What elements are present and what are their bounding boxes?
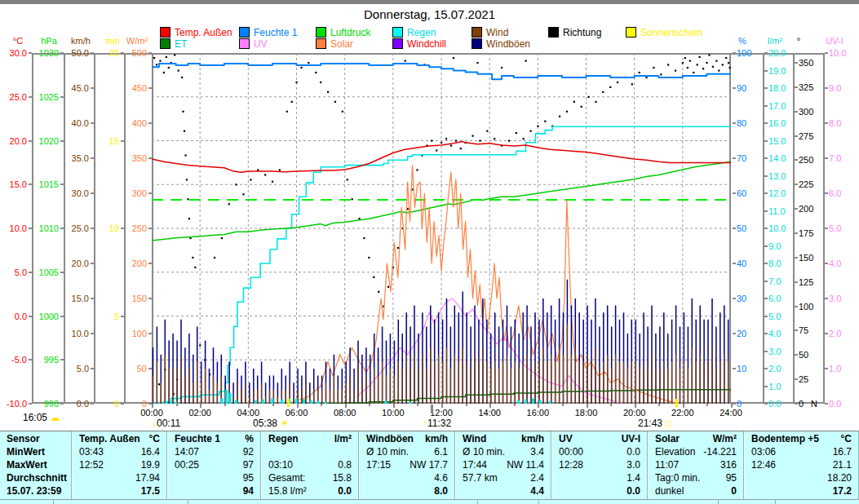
table-column-header: Bodentemp +5°C bbox=[745, 432, 858, 445]
legend-item-windb-en[interactable]: Windböen bbox=[472, 38, 530, 49]
legend-item-wind[interactable]: Wind bbox=[472, 27, 508, 38]
table-cell: Ø 10 min.6.1 bbox=[360, 445, 454, 458]
series-richtung bbox=[617, 82, 618, 83]
legend-label: ET bbox=[175, 38, 187, 50]
moonrise-time: ↑11:32 bbox=[423, 418, 451, 429]
status-strip bbox=[0, 499, 859, 504]
direction-axis-tick bbox=[795, 159, 798, 161]
series-richtung bbox=[181, 77, 183, 78]
series-richtung bbox=[199, 344, 201, 346]
table-cell: 8.0 bbox=[360, 484, 454, 497]
legend-item-et[interactable]: ET bbox=[160, 38, 187, 49]
series-richtung bbox=[706, 62, 707, 64]
legend-swatch-icon bbox=[392, 38, 403, 49]
legend-swatch-icon bbox=[472, 38, 482, 49]
humidity-axis-tick bbox=[733, 87, 736, 89]
sunshine-axis-tick-label: 5 bbox=[86, 312, 119, 321]
windspeed-axis-tick bbox=[91, 333, 94, 334]
series-richtung bbox=[566, 111, 568, 113]
legend-item-richtung[interactable]: Richtung bbox=[548, 27, 601, 38]
table-cell: 0.0 bbox=[552, 484, 647, 497]
table-cell: 14:0792 bbox=[168, 445, 260, 458]
legend-item-temp-au-en[interactable]: Temp. Außen bbox=[160, 27, 232, 38]
windspeed-axis-tick bbox=[91, 192, 94, 194]
rain-axis-tick-label: 6.0 bbox=[768, 294, 801, 303]
rain-axis-tick bbox=[764, 210, 768, 212]
x-tick-label: 18:00 bbox=[569, 408, 604, 418]
pressure-axis-tick-label: 1015 bbox=[26, 180, 59, 189]
chart-title: Donnerstag, 15.07.2021 bbox=[0, 7, 859, 21]
rain-axis-tick bbox=[764, 403, 768, 405]
series-richtung bbox=[182, 111, 184, 113]
rain-axis-tick-label: 8.0 bbox=[768, 259, 801, 268]
series-richtung bbox=[675, 70, 676, 72]
x-tick-label: 04:00 bbox=[230, 408, 266, 418]
sunrise-sun-icon: ☀ bbox=[280, 418, 289, 429]
x-tick-mark bbox=[514, 404, 516, 406]
status-separator bbox=[718, 499, 719, 504]
uv-axis-tick bbox=[825, 228, 828, 229]
legend-item-regen[interactable]: Regen bbox=[392, 27, 436, 38]
legend-item-windchill[interactable]: Windchill bbox=[392, 38, 446, 49]
pressure-axis-tick bbox=[60, 359, 64, 360]
series-richtung bbox=[166, 56, 167, 58]
solar-axis-tick-label: 350 bbox=[114, 154, 147, 163]
uv-axis-tick-label: 6.0 bbox=[829, 189, 859, 198]
x-tick-mark bbox=[706, 404, 708, 406]
series-richtung bbox=[581, 106, 582, 108]
legend-item-sonnenschein[interactable]: Sonnenschein bbox=[626, 27, 702, 38]
uv-axis-tick bbox=[825, 87, 828, 89]
series-richtung bbox=[715, 60, 717, 62]
table-cell: 57.7 km2.4 bbox=[456, 471, 551, 484]
series-richtung bbox=[453, 57, 454, 59]
table-cell: 17.2 bbox=[745, 484, 858, 497]
rain-axis-tick-label: 5.0 bbox=[768, 312, 801, 321]
rain-axis-tick bbox=[764, 70, 768, 72]
uv-axis-unit: UV-I bbox=[814, 36, 855, 46]
legend-item-luftdruck[interactable]: Luftdruck bbox=[316, 27, 370, 38]
series-richtung bbox=[682, 62, 684, 64]
moonset-time-label: 00:11 bbox=[157, 418, 180, 429]
status-separator bbox=[53, 499, 54, 504]
rain-axis-tick bbox=[764, 192, 768, 194]
series-richtung bbox=[697, 64, 698, 65]
table-column-feuchte-1: Feuchte 1%14:079200:25979594 bbox=[167, 431, 261, 500]
table-row-label: 15.07. 23:59 bbox=[0, 484, 71, 497]
direction-axis-line bbox=[793, 53, 795, 404]
windspeed-axis-tick-label: 40.0 bbox=[56, 119, 89, 128]
series-richtung bbox=[174, 54, 175, 55]
direction-axis-tick-label: 175 bbox=[799, 229, 831, 238]
direction-axis-tick bbox=[795, 183, 798, 185]
x-tick-mark bbox=[610, 404, 612, 406]
legend-label: Luftdruck bbox=[330, 27, 370, 38]
pressure-axis-tick-label: 1030 bbox=[26, 49, 59, 58]
series-richtung bbox=[431, 140, 432, 142]
series-richtung bbox=[156, 64, 157, 65]
series-richtung bbox=[257, 169, 259, 170]
table-cell: dunkel0 bbox=[649, 484, 743, 497]
legend-item-feuchte-1[interactable]: Feuchte 1 bbox=[239, 27, 297, 38]
temp-axis-tick-label: 20.0 bbox=[0, 137, 27, 146]
series-richtung bbox=[291, 101, 293, 103]
table-column-header: SolarW/m² bbox=[649, 432, 743, 445]
legend-label: Temp. Außen bbox=[175, 27, 232, 38]
temp-axis-tick-label: -5.0 bbox=[0, 356, 27, 365]
table-column-wind: Windkm/hØ 10 min.3.417:44NW 11.457.7 km2… bbox=[455, 431, 551, 500]
x-tick-label: 20:00 bbox=[617, 408, 653, 418]
series-richtung bbox=[702, 68, 704, 69]
direction-axis-tick-label: 100 bbox=[799, 303, 831, 312]
series-richtung bbox=[529, 130, 531, 132]
legend-item-uv[interactable]: UV bbox=[239, 38, 268, 49]
chart-canvas[interactable] bbox=[152, 53, 731, 404]
sunset-marker bbox=[675, 399, 678, 407]
series-richtung bbox=[163, 72, 165, 73]
uv-axis-tick bbox=[825, 368, 828, 369]
series-windboeen bbox=[153, 280, 728, 404]
humidity-axis-tick bbox=[733, 263, 736, 264]
series-richtung bbox=[300, 67, 302, 69]
table-cell: 94 bbox=[168, 484, 260, 497]
table-column-header: UVUV-I bbox=[552, 432, 647, 445]
rain-axis-tick bbox=[764, 368, 768, 369]
legend-item-solar[interactable]: Solar bbox=[316, 38, 353, 49]
series-richtung bbox=[445, 138, 447, 139]
